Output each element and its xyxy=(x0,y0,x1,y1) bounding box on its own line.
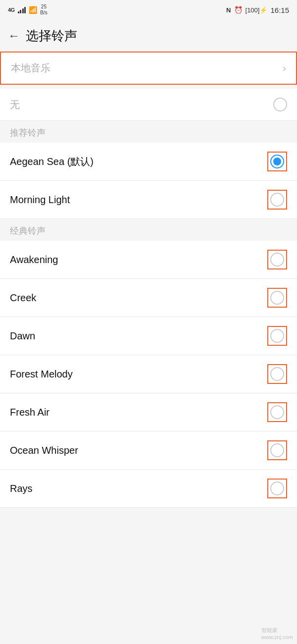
section-recommended-label: 推荐铃声 xyxy=(10,128,46,138)
separator-gap xyxy=(0,85,297,89)
ringtone-forest-label: Forest Melody xyxy=(10,369,73,380)
status-bar: 4G 📶 25B/s N ⏰ [100]⚡ 16:15 xyxy=(0,0,297,20)
ringtone-freshair-label: Fresh Air xyxy=(10,407,50,418)
ocean-radio-highlight xyxy=(267,440,287,460)
page-title: 选择铃声 xyxy=(26,27,77,45)
network-type: 4G xyxy=(8,7,15,13)
ringtone-ocean-label: Ocean Whisper xyxy=(10,445,78,456)
watermark-line2: www.znj.com xyxy=(261,634,293,640)
dawn-radio-highlight xyxy=(267,326,287,346)
signal-icon xyxy=(18,6,26,13)
selected-radio-highlight xyxy=(267,152,287,171)
awakening-radio[interactable] xyxy=(270,253,284,267)
morning-radio-highlight xyxy=(267,190,287,210)
rays-radio-highlight xyxy=(267,479,287,498)
none-label: 无 xyxy=(10,98,20,111)
title-bar: ← 选择铃声 xyxy=(0,20,297,52)
creek-radio[interactable] xyxy=(270,291,284,305)
network-speed: 25B/s xyxy=(40,4,47,16)
ringtone-row-aegean[interactable]: Aegean Sea (默认) xyxy=(0,143,297,180)
section-header-recommended: 推荐铃声 xyxy=(0,121,297,143)
local-music-label: 本地音乐 xyxy=(11,61,50,75)
ringtone-row-ocean[interactable]: Ocean Whisper xyxy=(0,431,297,469)
ringtone-row-rays[interactable]: Rays xyxy=(0,470,297,507)
alarm-icon: ⏰ xyxy=(234,6,243,14)
watermark-line1: 智能家 xyxy=(261,627,293,634)
freshair-radio[interactable] xyxy=(270,405,284,419)
ringtone-dawn-label: Dawn xyxy=(10,330,35,342)
ringtone-creek-label: Creek xyxy=(10,292,36,304)
forest-radio[interactable] xyxy=(270,367,284,381)
rays-radio[interactable] xyxy=(270,482,284,495)
divider xyxy=(0,507,297,508)
forest-radio-highlight xyxy=(267,364,287,384)
morning-radio[interactable] xyxy=(270,193,284,207)
aegean-radio[interactable] xyxy=(270,155,284,168)
section-header-classic: 经典铃声 xyxy=(0,219,297,241)
dawn-radio[interactable] xyxy=(270,329,284,343)
status-left: 4G 📶 25B/s xyxy=(8,4,48,16)
ringtone-row-dawn[interactable]: Dawn xyxy=(0,317,297,355)
nfc-icon: N xyxy=(226,6,231,14)
awakening-radio-highlight xyxy=(267,250,287,269)
none-radio[interactable] xyxy=(273,98,287,111)
watermark: 智能家 www.znj.com xyxy=(261,627,293,640)
ringtone-morning-label: Morning Light xyxy=(10,194,70,206)
status-right: N ⏰ [100]⚡ 16:15 xyxy=(226,6,289,14)
back-button[interactable]: ← xyxy=(8,30,20,42)
wifi-icon: 📶 xyxy=(29,6,37,14)
local-music-row[interactable]: 本地音乐 › xyxy=(0,52,297,85)
ringtone-awakening-label: Awakening xyxy=(10,254,58,266)
ringtone-rays-label: Rays xyxy=(10,483,33,494)
ringtone-row-freshair[interactable]: Fresh Air xyxy=(0,393,297,431)
ringtone-row-awakening[interactable]: Awakening xyxy=(0,241,297,278)
ringtone-row-morning[interactable]: Morning Light xyxy=(0,181,297,218)
none-row[interactable]: 无 xyxy=(0,89,297,120)
ringtone-aegean-label: Aegean Sea (默认) xyxy=(10,155,94,168)
radio-selected-dot xyxy=(273,158,281,165)
battery-icon: [100]⚡ xyxy=(246,6,268,14)
section-classic-label: 经典铃声 xyxy=(10,226,46,236)
chevron-right-icon: › xyxy=(283,62,286,74)
creek-radio-highlight xyxy=(267,288,287,308)
ringtone-row-creek[interactable]: Creek xyxy=(0,279,297,317)
clock-time: 16:15 xyxy=(270,6,289,14)
ocean-radio[interactable] xyxy=(270,443,284,457)
ringtone-row-forest[interactable]: Forest Melody xyxy=(0,355,297,393)
freshair-radio-highlight xyxy=(267,402,287,422)
